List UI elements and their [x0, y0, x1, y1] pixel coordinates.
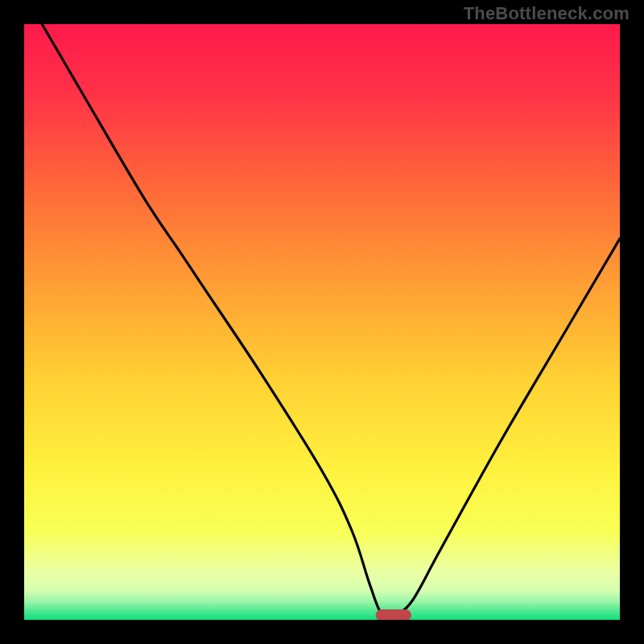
- chart-svg: [0, 0, 644, 644]
- optimum-marker: [376, 609, 411, 621]
- frame-left: [0, 0, 24, 644]
- frame-bottom: [0, 620, 644, 644]
- attribution-text: TheBottleneck.com: [464, 3, 630, 24]
- frame-right: [620, 0, 644, 644]
- chart-frame: TheBottleneck.com: [0, 0, 644, 644]
- plot-background: [24, 24, 620, 620]
